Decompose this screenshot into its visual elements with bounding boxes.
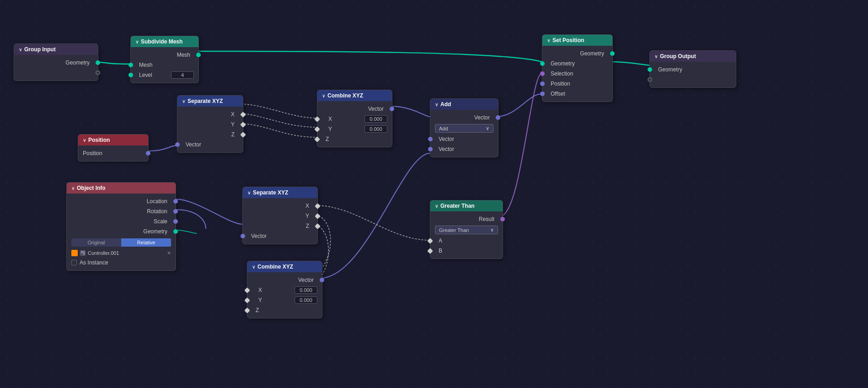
object-info-header: ∨ Object Info — [67, 183, 176, 194]
position-output-socket[interactable] — [146, 151, 150, 156]
position-input-socket[interactable] — [540, 81, 545, 86]
gt-operation-dropdown[interactable]: Greater Than ∨ — [435, 226, 498, 234]
y-value[interactable]: 0.000 — [295, 296, 317, 304]
result-output-socket[interactable] — [500, 217, 505, 221]
set-position-geo-input: Geometry — [542, 59, 612, 69]
group-input-geometry-row: Geometry — [14, 58, 98, 68]
combine-xyz-1-body: Vector X 0.000 Y 0.000 Z — [317, 101, 392, 147]
y-output-socket[interactable] — [315, 213, 321, 219]
offset-input-socket[interactable] — [540, 92, 545, 96]
greater-than-title: Greater Than — [440, 203, 475, 209]
z-input-socket[interactable] — [244, 307, 250, 313]
location-output-socket[interactable] — [173, 199, 178, 204]
add-node: ∨ Add Vector Add ∨ Vector Vector — [430, 98, 498, 157]
set-position-body: Geometry Geometry Selection Position Off… — [542, 46, 612, 102]
position-body: Position — [78, 146, 148, 161]
x-output-socket[interactable] — [240, 112, 246, 118]
geometry-output-socket[interactable] — [610, 51, 615, 56]
controller-icon — [80, 250, 86, 256]
x-value[interactable]: 0.000 — [364, 115, 387, 123]
x-value[interactable]: 0.000 — [295, 286, 317, 294]
vector1-input-socket[interactable] — [428, 137, 433, 141]
oi-location-out: Location — [67, 196, 176, 206]
cxyz2-z-in: Z — [247, 305, 322, 315]
vector2-input-socket[interactable] — [428, 147, 433, 151]
position-node: ∨ Position Position — [78, 134, 149, 162]
combine-xyz-1-node: ∨ Combine XYZ Vector X 0.000 Y 0.000 Z — [317, 90, 392, 147]
mesh-output-socket[interactable] — [196, 53, 201, 57]
vector-output-socket[interactable] — [496, 115, 500, 120]
mesh-input-socket[interactable] — [129, 63, 133, 67]
extra-output-socket — [96, 70, 100, 75]
rotation-output-socket[interactable] — [173, 209, 178, 214]
add-header: ∨ Add — [430, 99, 498, 110]
z-input-socket[interactable] — [314, 136, 320, 142]
cxyz2-vec-out: Vector — [247, 275, 322, 285]
subdivide-mesh-output: Mesh — [131, 50, 198, 60]
x-input-socket[interactable] — [244, 287, 250, 293]
geometry-output-socket[interactable] — [173, 229, 178, 234]
set-position-title: Set Position — [552, 37, 584, 43]
sxyz2-y-out: Y — [243, 211, 317, 221]
sxyz1-y-out: Y — [177, 119, 243, 129]
combine-xyz-2-node: ∨ Combine XYZ Vector X 0.000 Y 0.000 Z — [247, 261, 322, 318]
controller-name: Controller.001 — [88, 250, 165, 256]
geometry-input-socket[interactable] — [648, 67, 652, 72]
scale-output-socket[interactable] — [173, 219, 178, 224]
position-header: ∨ Position — [78, 135, 148, 146]
x-output-socket[interactable] — [315, 203, 321, 209]
z-output-socket[interactable] — [315, 223, 321, 229]
object-info-title: Object Info — [77, 185, 106, 191]
y-input-socket[interactable] — [244, 297, 250, 303]
level-value[interactable]: 4 — [171, 71, 194, 79]
cxyz1-z-in: Z — [317, 134, 392, 144]
group-input-body: Geometry — [14, 55, 98, 81]
z-output-socket[interactable] — [240, 132, 246, 138]
group-output-header: ∨ Group Output — [650, 51, 736, 62]
as-instance-label: As Instance — [80, 259, 108, 266]
original-btn[interactable]: Original — [71, 238, 121, 247]
oi-geometry-out: Geometry — [67, 226, 176, 237]
add-vec-out: Vector — [430, 113, 498, 123]
controller-remove-btn[interactable]: ✕ — [167, 250, 171, 256]
geometry-output-socket[interactable] — [96, 60, 100, 65]
relative-btn[interactable]: Relative — [121, 238, 171, 247]
cxyz2-x-in: X 0.000 — [247, 285, 322, 295]
add-operation-dropdown[interactable]: Add ∨ — [435, 124, 493, 133]
y-value[interactable]: 0.000 — [364, 125, 387, 133]
geometry-input-socket[interactable] — [540, 61, 545, 66]
x-input-socket[interactable] — [314, 116, 320, 122]
vector-output-socket[interactable] — [320, 278, 324, 282]
svg-rect-2 — [83, 251, 85, 255]
group-output-geometry-row: Geometry — [650, 65, 736, 75]
gt-dropdown-row: Greater Than ∨ — [430, 224, 503, 236]
level-input-socket[interactable] — [129, 73, 133, 77]
separate-xyz-1-node: ∨ Separate XYZ X Y Z Vector — [177, 95, 243, 153]
subdivide-level-row: Level 4 — [131, 70, 198, 80]
sxyz2-x-out: X — [243, 201, 317, 211]
combine-xyz-2-body: Vector X 0.000 Y 0.000 Z — [247, 272, 322, 318]
extra-input-socket — [648, 77, 652, 82]
cxyz2-y-in: Y 0.000 — [247, 295, 322, 305]
vector-output-socket[interactable] — [390, 107, 394, 111]
group-input-header: ∨ Group Input — [14, 44, 98, 55]
y-output-socket[interactable] — [240, 122, 246, 128]
separate-xyz-2-header: ∨ Separate XYZ — [243, 187, 317, 198]
as-instance-checkbox[interactable] — [71, 260, 77, 265]
separate-xyz-2-title: Separate XYZ — [253, 189, 288, 196]
vector-input-socket[interactable] — [241, 234, 245, 238]
y-input-socket[interactable] — [314, 126, 320, 132]
subdivide-mesh-title: Subdivide Mesh — [141, 38, 182, 45]
a-input-socket[interactable] — [427, 238, 433, 244]
b-input-socket[interactable] — [427, 248, 433, 254]
subdivide-mesh-input: Mesh — [131, 60, 198, 70]
mode-toggle[interactable]: Original Relative — [71, 238, 171, 247]
vector-input-socket[interactable] — [175, 142, 180, 147]
set-position-pos-input: Position — [542, 79, 612, 89]
subdivide-mesh-body: Mesh Mesh Level 4 — [131, 47, 198, 83]
group-output-node: ∨ Group Output Geometry — [649, 50, 736, 88]
sxyz1-x-out: X — [177, 109, 243, 119]
set-position-geo-output: Geometry — [542, 48, 612, 59]
selection-input-socket[interactable] — [540, 71, 545, 76]
svg-rect-1 — [81, 251, 83, 253]
